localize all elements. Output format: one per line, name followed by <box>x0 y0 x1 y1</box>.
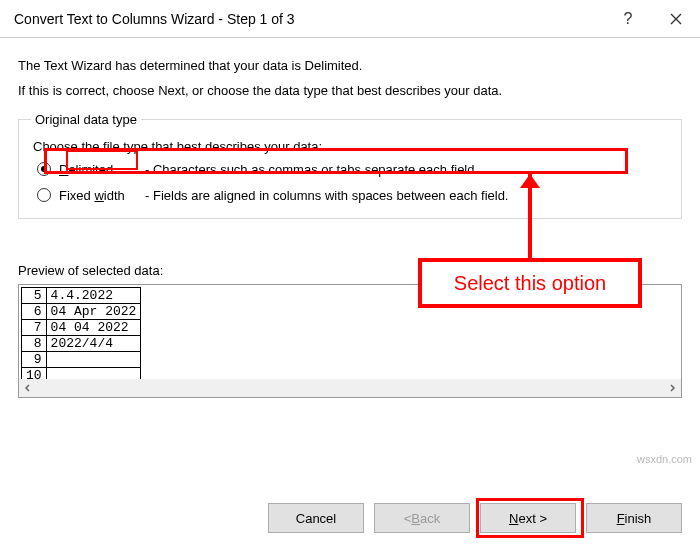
chevron-right-icon <box>668 384 676 392</box>
dialog-body: The Text Wizard has determined that your… <box>0 38 700 412</box>
table-row: 82022/4/4 <box>22 336 141 352</box>
close-button[interactable] <box>652 0 700 38</box>
scroll-right-button[interactable] <box>663 379 681 397</box>
table-row: 54.4.2022 <box>22 288 141 304</box>
radio-delimited[interactable]: Delimited - Characters such as commas or… <box>37 158 669 180</box>
radio-delimited-desc: - Characters such as commas or tabs sepa… <box>145 162 478 177</box>
scroll-track[interactable] <box>37 379 663 397</box>
help-button[interactable]: ? <box>604 0 652 38</box>
back-button[interactable]: < Back <box>374 503 470 533</box>
preview-scroll[interactable]: 54.4.2022 604 Apr 2022 704 04 2022 82022… <box>19 285 681 379</box>
titlebar: Convert Text to Columns Wizard - Step 1 … <box>0 0 700 38</box>
dialog-buttons: Cancel < Back Next > Finish <box>268 503 682 533</box>
next-button[interactable]: Next > <box>480 503 576 533</box>
intro-line-2: If this is correct, choose Next, or choo… <box>18 83 682 98</box>
radio-fixed-width-desc: - Fields are aligned in columns with spa… <box>145 188 508 203</box>
radio-fixed-width[interactable]: Fixed width - Fields are aligned in colu… <box>37 184 669 206</box>
cancel-button[interactable]: Cancel <box>268 503 364 533</box>
radio-icon <box>37 162 51 176</box>
horizontal-scrollbar[interactable] <box>19 379 681 397</box>
watermark: wsxdn.com <box>637 453 692 465</box>
table-row: 604 Apr 2022 <box>22 304 141 320</box>
close-icon <box>670 13 682 25</box>
preview-label: Preview of selected data: <box>18 263 682 278</box>
radio-delimited-label: Delimited <box>59 162 145 177</box>
table-row: 10 <box>22 368 141 380</box>
radio-icon <box>37 188 51 202</box>
preview-table: 54.4.2022 604 Apr 2022 704 04 2022 82022… <box>21 287 141 379</box>
table-row: 704 04 2022 <box>22 320 141 336</box>
finish-button[interactable]: Finish <box>586 503 682 533</box>
original-data-type-group: Original data type Choose the file type … <box>18 112 682 219</box>
radio-fixed-width-label: Fixed width <box>59 188 145 203</box>
intro-line-1: The Text Wizard has determined that your… <box>18 58 682 73</box>
preview-area: 54.4.2022 604 Apr 2022 704 04 2022 82022… <box>18 284 682 398</box>
fieldset-legend: Original data type <box>31 112 141 127</box>
chevron-left-icon <box>24 384 32 392</box>
scroll-left-button[interactable] <box>19 379 37 397</box>
table-row: 9 <box>22 352 141 368</box>
choose-file-type-label: Choose the file type that best describes… <box>33 139 669 154</box>
window-title: Convert Text to Columns Wizard - Step 1 … <box>14 11 604 27</box>
